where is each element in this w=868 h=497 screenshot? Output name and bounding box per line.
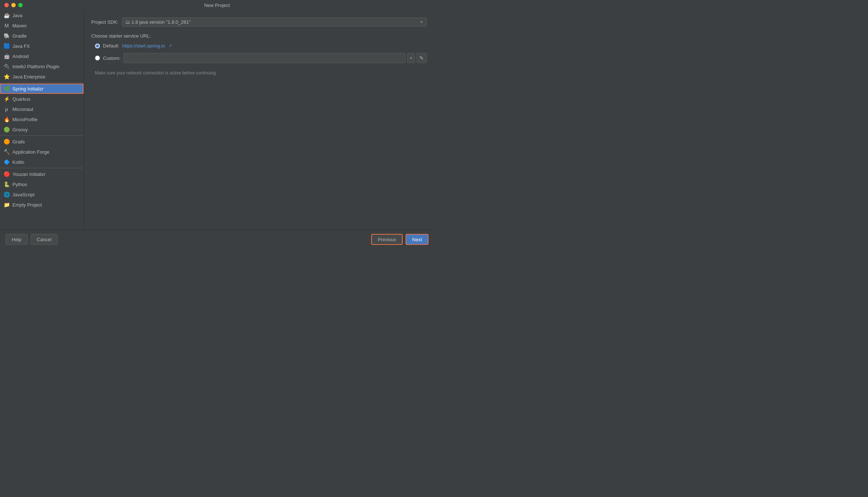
sidebar-item-java[interactable]: ☕Java	[0, 10, 84, 20]
javascript-icon: 🌐	[4, 192, 9, 197]
sidebar-item-maven[interactable]: MMaven	[0, 20, 84, 31]
default-radio-row: Default: https://start.spring.io ↗	[95, 43, 427, 49]
quarkus-icon: ⚡	[4, 96, 9, 102]
sidebar-item-label-application-forge: Application Forge	[12, 149, 49, 155]
custom-radio-row: Custom: ▼ ✎	[95, 53, 427, 63]
sidebar-divider	[0, 135, 84, 136]
sidebar-item-label-spring-initializr: Spring Initializr	[12, 86, 43, 92]
title-bar: New Project	[0, 0, 434, 10]
default-label: Default:	[103, 43, 119, 49]
traffic-lights	[4, 3, 23, 7]
hint-text: Make sure your network connection is act…	[95, 70, 427, 76]
sidebar-item-label-micronaut: Micronaut	[12, 107, 33, 112]
sidebar-item-label-quarkus: Quarkus	[12, 96, 30, 102]
java-icon: ☕	[4, 12, 9, 18]
groovy-icon: 🟢	[4, 127, 9, 132]
sidebar-item-javafx[interactable]: 🟦Java FX	[0, 41, 84, 51]
sidebar-item-label-empty-project: Empty Project	[12, 202, 42, 208]
java-enterprise-icon: ⭐	[4, 74, 9, 80]
sidebar-item-grails[interactable]: 🟠Grails	[0, 136, 84, 147]
android-icon: 🤖	[4, 53, 9, 59]
sidebar-item-label-java: Java	[12, 13, 22, 18]
bottom-bar: Help Cancel Previous Next	[0, 230, 434, 248]
python-icon: 🐍	[4, 181, 9, 187]
sidebar-divider	[0, 82, 84, 83]
sdk-row: Project SDK: 🗂 1.8 java version "1.8.0_2…	[91, 18, 427, 27]
sidebar-item-label-intellij-plugin: IntelliJ Platform Plugin	[12, 64, 59, 69]
external-link-icon: ↗	[169, 43, 172, 48]
sidebar-divider	[0, 168, 84, 168]
cancel-button[interactable]: Cancel	[31, 234, 58, 245]
bottom-right-buttons: Previous Next	[371, 234, 429, 245]
sidebar-item-label-maven: Maven	[12, 23, 27, 28]
sidebar-item-application-forge[interactable]: 🔨Application Forge	[0, 147, 84, 157]
default-radio[interactable]	[95, 43, 100, 49]
micronaut-icon: μ	[4, 106, 9, 112]
next-button[interactable]: Next	[406, 234, 429, 245]
sidebar-item-python[interactable]: 🐍Python	[0, 179, 84, 189]
sidebar-item-label-kotlin: Kotlin	[12, 159, 24, 165]
application-forge-icon: 🔨	[4, 149, 9, 155]
spring-initializr-icon: 🌿	[4, 86, 9, 92]
custom-url-input[interactable]	[123, 53, 406, 63]
window-title: New Project	[204, 3, 230, 8]
dialog: ☕JavaMMaven🐘Gradle🟦Java FX🤖Android🔌Intel…	[0, 10, 434, 230]
custom-dropdown-button[interactable]: ▼	[407, 53, 415, 63]
custom-label: Custom:	[103, 55, 120, 61]
microprofile-icon: 🔥	[4, 116, 9, 122]
sidebar-item-label-java-enterprise: Java Enterprise	[12, 74, 45, 80]
previous-button[interactable]: Previous	[371, 234, 403, 245]
sidebar-item-groovy[interactable]: 🟢Groovy	[0, 124, 84, 135]
maximize-button[interactable]	[18, 3, 23, 7]
sidebar-item-java-enterprise[interactable]: ⭐Java Enterprise	[0, 72, 84, 82]
sidebar-item-label-javafx: Java FX	[12, 43, 30, 49]
maven-icon: M	[4, 23, 9, 28]
sidebar-item-label-youzan-initializr: Youzan Initializr	[12, 172, 46, 177]
sidebar-item-quarkus[interactable]: ⚡Quarkus	[0, 94, 84, 104]
minimize-button[interactable]	[11, 3, 16, 7]
gradle-icon: 🐘	[4, 33, 9, 39]
sidebar-item-label-microprofile: MicroProfile	[12, 117, 38, 122]
sidebar-item-empty-project[interactable]: 📁Empty Project	[0, 200, 84, 210]
bottom-left-buttons: Help Cancel	[5, 234, 58, 245]
kotlin-icon: 🔷	[4, 159, 9, 165]
radio-group: Default: https://start.spring.io ↗ Custo…	[95, 43, 427, 63]
sidebar-item-javascript[interactable]: 🌐JavaScript	[0, 189, 84, 200]
sidebar-item-label-javascript: JavaScript	[12, 192, 35, 197]
main-content: Project SDK: 🗂 1.8 java version "1.8.0_2…	[84, 10, 434, 230]
chevron-down-icon: ▼	[420, 20, 423, 24]
empty-project-icon: 📁	[4, 202, 9, 208]
youzan-initializr-icon: 🔴	[4, 171, 9, 177]
sidebar-item-microprofile[interactable]: 🔥MicroProfile	[0, 114, 84, 124]
sidebar-item-android[interactable]: 🤖Android	[0, 51, 84, 61]
custom-input-container: ▼ ✎	[123, 53, 427, 63]
javafx-icon: 🟦	[4, 43, 9, 49]
sdk-dropdown[interactable]: 🗂 1.8 java version "1.8.0_281" ▼	[122, 18, 427, 27]
close-button[interactable]	[4, 3, 9, 7]
sidebar: ☕JavaMMaven🐘Gradle🟦Java FX🤖Android🔌Intel…	[0, 10, 84, 230]
help-button[interactable]: Help	[5, 234, 28, 245]
sidebar-item-youzan-initializr[interactable]: 🔴Youzan Initializr	[0, 169, 84, 179]
grails-icon: 🟠	[4, 139, 9, 145]
sidebar-item-label-android: Android	[12, 54, 29, 59]
sidebar-item-label-groovy: Groovy	[12, 127, 28, 132]
sidebar-item-gradle[interactable]: 🐘Gradle	[0, 31, 84, 41]
starter-url-section-title: Choose starter service URL:	[91, 33, 427, 39]
custom-radio[interactable]	[95, 55, 100, 61]
sdk-label: Project SDK:	[91, 19, 118, 25]
sdk-value: 🗂 1.8 java version "1.8.0_281"	[125, 19, 190, 25]
intellij-plugin-icon: 🔌	[4, 63, 9, 69]
sidebar-item-micronaut[interactable]: μMicronaut	[0, 104, 84, 114]
sidebar-item-intellij-plugin[interactable]: 🔌IntelliJ Platform Plugin	[0, 61, 84, 72]
sidebar-item-label-grails: Grails	[12, 139, 25, 145]
default-url-link[interactable]: https://start.spring.io	[122, 43, 165, 49]
sidebar-item-label-gradle: Gradle	[12, 33, 27, 39]
sidebar-item-kotlin[interactable]: 🔷Kotlin	[0, 157, 84, 167]
custom-edit-button[interactable]: ✎	[416, 53, 427, 63]
sidebar-item-spring-initializr[interactable]: 🌿Spring Initializr	[0, 84, 84, 94]
sidebar-item-label-python: Python	[12, 182, 27, 187]
